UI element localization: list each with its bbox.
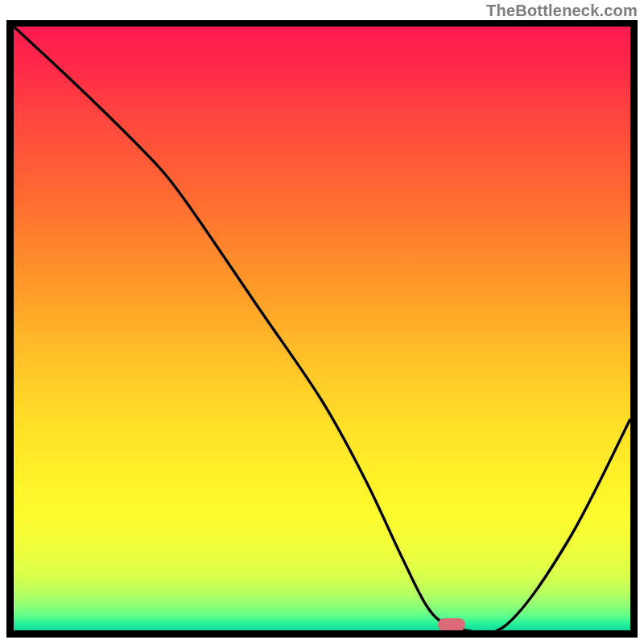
bottleneck-curve (14, 27, 630, 630)
plot-frame (6, 20, 638, 638)
watermark-text: TheBottleneck.com (486, 2, 638, 20)
plot-area (14, 27, 630, 630)
chart-canvas: TheBottleneck.com (0, 0, 644, 644)
optimum-marker (438, 618, 465, 631)
